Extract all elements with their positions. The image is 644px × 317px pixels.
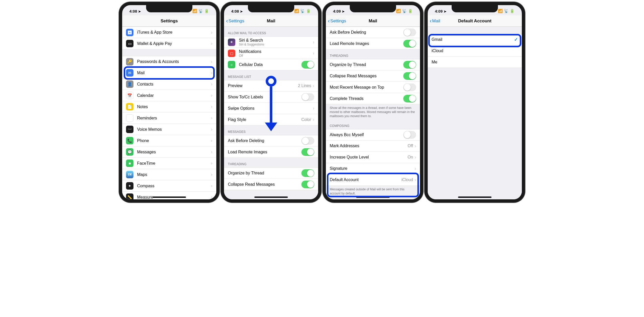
ask-before-deleting-label: Ask Before Deleting: [330, 30, 403, 35]
collapse-read-toggle[interactable]: [403, 72, 416, 80]
chevron-right-icon: ›: [211, 81, 212, 87]
organize-by-thread-toggle[interactable]: [301, 169, 314, 177]
organize-by-thread-toggle[interactable]: [403, 61, 416, 69]
back-label: Settings: [330, 18, 346, 24]
messages-label: Messages: [137, 150, 211, 154]
passwords-accounts-label: Passwords & Accounts: [137, 59, 211, 64]
itunes-app-store-icon: 🅰: [126, 29, 133, 36]
contacts[interactable]: 👤Contacts›: [122, 79, 216, 90]
most-recent-top-toggle[interactable]: [403, 83, 416, 91]
status-icons: 📶 📡 🔋: [294, 9, 311, 13]
content[interactable]: Ask Before DeletingLoad Remote Images Th…: [326, 27, 420, 199]
complete-threads-toggle[interactable]: [403, 95, 416, 102]
reminders-label: Reminders: [137, 116, 211, 120]
preview-value: 2 Lines: [298, 83, 311, 88]
reminders-icon: ☑: [126, 114, 133, 122]
back-button[interactable]: ‹Settings: [326, 18, 346, 24]
collapse-read[interactable]: Collapse Read Messages: [224, 179, 318, 190]
show-to-cc-toggle[interactable]: [301, 93, 314, 101]
load-remote-images-toggle[interactable]: [403, 40, 416, 48]
facetime-icon: ■: [126, 160, 133, 167]
account-me-label: Me: [432, 60, 518, 64]
chevron-right-icon: ›: [211, 104, 212, 109]
ask-before-deleting[interactable]: Ask Before Deleting: [224, 135, 318, 146]
home-indicator[interactable]: [356, 197, 390, 198]
flag-style-value: Color: [301, 117, 311, 122]
chevron-left-icon: ‹: [226, 18, 228, 24]
calendar-icon: 📅: [126, 92, 133, 99]
signature[interactable]: Signature›: [326, 163, 420, 174]
nav-title: Settings: [122, 18, 216, 24]
cellular-data-label: Cellular Data: [239, 62, 301, 67]
phone-4: 4:09 ➤ 📶 📡 🔋 ‹Mail Default Account Gmail…: [425, 2, 525, 202]
default-account[interactable]: Default AccountiCloud›: [326, 174, 420, 186]
content[interactable]: 🅰iTunes & App Store›▭Wallet & Apple Pay›…: [122, 27, 216, 199]
always-bcc-toggle[interactable]: [403, 131, 416, 139]
wallet-apple-pay-icon: ▭: [126, 40, 133, 47]
load-remote-images-toggle[interactable]: [301, 148, 314, 156]
content[interactable]: Gmail✓iCloudMe: [428, 27, 522, 199]
always-bcc[interactable]: Always Bcc Myself: [326, 129, 420, 141]
account-me[interactable]: Me: [428, 57, 522, 68]
phone[interactable]: 📞Phone›: [122, 135, 216, 146]
signature-label: Signature: [330, 166, 415, 171]
organize-by-thread[interactable]: Organize by Thread: [224, 167, 318, 179]
most-recent-top[interactable]: Most Recent Message on Top: [326, 82, 420, 93]
itunes-app-store-label: iTunes & App Store: [137, 30, 211, 35]
notes-icon: 📄: [126, 103, 133, 110]
back-button[interactable]: ‹Mail: [428, 18, 440, 24]
mail[interactable]: ✉Mail›: [122, 67, 216, 79]
voice-memos[interactable]: 〰Voice Memos›: [122, 124, 216, 135]
voice-memos-icon: 〰: [126, 126, 133, 133]
account-gmail[interactable]: Gmail✓: [428, 34, 522, 45]
maps-label: Maps: [137, 172, 211, 177]
nav-title: Default Account: [428, 18, 522, 24]
itunes-app-store[interactable]: 🅰iTunes & App Store›: [122, 27, 216, 38]
organize-by-thread-label: Organize by Thread: [228, 171, 301, 175]
ask-before-deleting-toggle[interactable]: [403, 29, 416, 36]
location-icon: ➤: [240, 10, 243, 13]
notifications[interactable]: ◻NotificationsOff›: [224, 48, 318, 59]
chevron-right-icon: ›: [211, 161, 212, 166]
messages[interactable]: 💬Messages›: [122, 146, 216, 158]
ask-before-deleting[interactable]: Ask Before Deleting: [326, 27, 420, 38]
load-remote-images[interactable]: Load Remote Images: [224, 146, 318, 158]
reminders[interactable]: ☑Reminders›: [122, 113, 216, 124]
section-allow-access: Allow Mail to Access: [224, 27, 318, 36]
notifications-label: NotificationsOff: [239, 49, 313, 58]
status-time: 4:09: [435, 9, 443, 13]
calendar[interactable]: 📅Calendar›: [122, 90, 216, 101]
organize-by-thread[interactable]: Organize by Thread: [326, 59, 420, 70]
load-remote-images[interactable]: Load Remote Images: [326, 38, 420, 49]
notes[interactable]: 📄Notes›: [122, 101, 216, 113]
passwords-accounts[interactable]: 🔑Passwords & Accounts›: [122, 56, 216, 67]
home-indicator[interactable]: [153, 197, 186, 198]
chevron-right-icon: ›: [211, 149, 212, 155]
maps[interactable]: 🗺Maps›: [122, 169, 216, 180]
preview-label: Preview: [228, 83, 298, 88]
ask-before-deleting-toggle[interactable]: [301, 137, 314, 145]
collapse-read[interactable]: Collapse Read Messages: [326, 70, 420, 82]
collapse-read-toggle[interactable]: [301, 181, 314, 188]
account-icloud[interactable]: iCloud: [428, 45, 522, 57]
account-icloud-label: iCloud: [432, 49, 518, 53]
complete-threads[interactable]: Complete Threads: [326, 93, 420, 104]
back-button[interactable]: ‹Settings: [224, 18, 244, 24]
siri-search[interactable]: ✶Siri & SearchSiri & Suggestions›: [224, 36, 318, 48]
increase-quote[interactable]: Increase Quote LevelOn›: [326, 152, 420, 163]
cellular-data[interactable]: ⟐Cellular Data: [224, 59, 318, 70]
chevron-right-icon: ›: [211, 194, 212, 199]
compass[interactable]: ✦Compass›: [122, 180, 216, 192]
home-indicator[interactable]: [458, 197, 491, 198]
wallet-apple-pay[interactable]: ▭Wallet & Apple Pay›: [122, 38, 216, 49]
phone-1: 4:08 ➤ 📶 📡 🔋 Settings 🅰iTunes & App Stor…: [119, 2, 219, 202]
facetime[interactable]: ■FaceTime›: [122, 158, 216, 169]
measure[interactable]: 📏Measure›: [122, 192, 216, 199]
cellular-data-toggle[interactable]: [301, 61, 314, 69]
home-indicator[interactable]: [254, 197, 288, 198]
chevron-right-icon: ›: [415, 143, 416, 149]
nav-bar: ‹Mail Default Account: [428, 15, 522, 27]
account-gmail-label: Gmail: [432, 37, 514, 42]
back-label: Mail: [432, 18, 440, 24]
mark-addresses[interactable]: Mark AddressesOff›: [326, 141, 420, 152]
